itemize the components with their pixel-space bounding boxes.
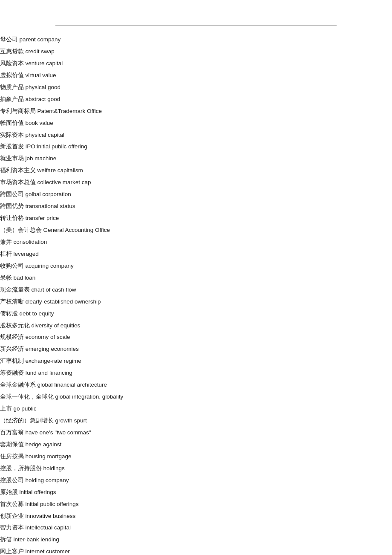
english-term: initial public offerings [26, 501, 79, 507]
list-item: 跨国公司 golbal corporation [0, 188, 392, 200]
list-item: 新兴经济 emerging economies [0, 343, 392, 355]
chinese-term: 全球金融体系 [0, 382, 36, 388]
english-term: growth spurt [55, 417, 87, 424]
chinese-term: 新股首发 [0, 143, 24, 150]
list-item: 物质产品 physical good [0, 81, 392, 93]
chinese-term: 网上客户 [0, 548, 24, 555]
list-item: 跨国优势 transnational status [0, 200, 392, 212]
chinese-term: 转让价格 [0, 215, 24, 221]
list-item: 住房按揭 housing mortgage [0, 451, 392, 462]
chinese-term: 创新企业 [0, 513, 24, 519]
chinese-term: 跨国优势 [0, 203, 24, 209]
chinese-term: 拆借 [0, 536, 12, 543]
chinese-term: 筹资融资 [0, 370, 24, 376]
english-term: welfare capitalism [37, 167, 83, 173]
list-item: 智力资本 intellectual capital [0, 522, 392, 534]
english-term: global integration, globality [55, 393, 124, 400]
list-item: 控股公司 holding company [0, 474, 392, 486]
chinese-term: 兼并 [0, 239, 12, 245]
chinese-term: 母公司 [0, 36, 18, 43]
chinese-term: 套期保值 [0, 441, 24, 448]
list-item: 实际资本 physical capital [0, 129, 392, 141]
chinese-term: 帐面价值 [0, 120, 24, 126]
chinese-term: 控股，所持股份 [0, 465, 42, 471]
english-term: transnational status [26, 203, 75, 209]
english-term: hedge against [26, 441, 62, 448]
list-item: 福利资本主义 welfare capitalism [0, 165, 392, 176]
chinese-term: 物质产品 [0, 84, 24, 90]
english-term: have one's "two commas" [26, 429, 91, 436]
list-item: 汇率机制 exchange-rate regime [0, 355, 392, 367]
list-item: 母公司 parent company [0, 34, 392, 46]
list-item: 首次公募 initial public offerings [0, 498, 392, 510]
english-term: abstract good [26, 96, 61, 102]
chinese-term: 股权多元化 [0, 322, 30, 329]
chinese-term: 首次公募 [0, 501, 24, 507]
chinese-term: 互惠贷款 [0, 48, 24, 55]
chinese-term: 就业市场 [0, 155, 24, 162]
chinese-term: 福利资本主义 [0, 167, 36, 173]
english-term: diversity of equities [32, 322, 81, 329]
list-item: 帐面价值 book value [0, 117, 392, 129]
english-term: acquiring company [26, 263, 74, 269]
chinese-term: （经济的）急剧增长 [0, 417, 54, 424]
chinese-term: 住房按揭 [0, 453, 24, 460]
chinese-term: 呆帐 [0, 275, 12, 281]
chinese-term: 实际资本 [0, 132, 24, 138]
english-term: initial offerings [20, 489, 56, 495]
english-term: chart of cash flow [32, 286, 76, 293]
list-item: 虚拟价值 virtual value [0, 69, 392, 81]
list-item: 全球一体化，全球化 global integration, globality [0, 391, 392, 403]
english-term: physical good [26, 84, 61, 90]
english-term: IPO:initial public offering [26, 143, 87, 150]
chinese-term: 原始股 [0, 489, 18, 495]
list-item: 网上客户 internet customer [0, 546, 392, 555]
list-item: 专利与商标局 Patent&Trademark Office [0, 105, 392, 117]
list-item: 杠杆 leveraged [0, 248, 392, 260]
chinese-term: 控股公司 [0, 477, 24, 483]
list-item: 转让价格 transfer price [0, 212, 392, 224]
english-term: innovative business [26, 513, 76, 519]
chinese-term: （美）会计总会 [0, 227, 42, 233]
chinese-term: 虚拟价值 [0, 72, 24, 78]
english-term: collective market cap [37, 179, 91, 185]
english-term: intellectual capital [26, 524, 71, 531]
english-term: job machine [26, 155, 57, 162]
chinese-term: 抽象产品 [0, 96, 24, 102]
english-term: exchange-rate regime [26, 358, 81, 364]
list-item: 全球金融体系 global financial architecture [0, 379, 392, 391]
chinese-term: 智力资本 [0, 524, 24, 531]
english-term: holding company [26, 477, 69, 483]
english-term: transfer price [26, 215, 59, 221]
english-term: debt to equity [20, 310, 54, 317]
list-item: 套期保值 hedge against [0, 439, 392, 451]
list-item: 就业市场 job machine [0, 153, 392, 165]
chinese-term: 上市 [0, 405, 12, 412]
english-term: General Accounting Office [43, 227, 110, 233]
english-term: internet customer [26, 548, 70, 555]
chinese-term: 风险资本 [0, 60, 24, 66]
list-item: 互惠贷款 credit swap [0, 46, 392, 58]
list-item: 债转股 debt to equity [0, 308, 392, 320]
chinese-term: 专利与商标局 [0, 108, 36, 114]
english-term: global financial architecture [37, 382, 107, 388]
english-term: go public [14, 405, 37, 412]
chinese-term: 杠杆 [0, 251, 12, 257]
english-term: consolidation [14, 239, 47, 245]
list-item: 抽象产品 abstract good [0, 93, 392, 105]
english-term: inter-bank lending [14, 536, 59, 543]
english-term: leveraged [14, 251, 39, 257]
chinese-term: 新兴经济 [0, 346, 24, 352]
list-item: 上市 go public [0, 403, 392, 415]
english-term: parent company [20, 36, 61, 43]
english-term: clearly-established ownership [26, 298, 101, 305]
vocabulary-list: 母公司 parent company互惠贷款 credit swap风险资本 v… [0, 34, 392, 555]
english-term: credit swap [26, 48, 55, 55]
english-term: venture capital [26, 60, 63, 66]
chinese-term: 跨国公司 [0, 191, 24, 197]
list-item: 原始股 initial offerings [0, 486, 392, 498]
chinese-term: 收购公司 [0, 263, 24, 269]
english-term: virtual value [26, 72, 56, 78]
list-item: 现金流量表 chart of cash flow [0, 284, 392, 296]
chinese-term: 现金流量表 [0, 286, 30, 293]
